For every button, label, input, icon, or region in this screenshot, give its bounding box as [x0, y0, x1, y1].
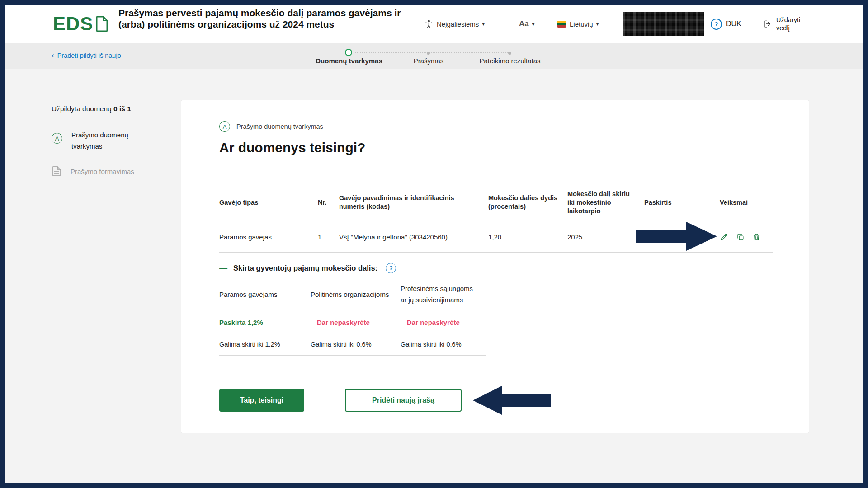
close-wizard-label: Uždaryti vedlį [776, 16, 800, 32]
font-size-menu[interactable]: Aa ▾ [519, 5, 534, 43]
caret-down-icon: ▾ [482, 21, 485, 27]
duk-label: DUK [726, 20, 741, 28]
step-marker [427, 52, 430, 55]
cell-nr: 1 [318, 233, 339, 241]
chevron-left-icon: ‹ [52, 52, 54, 59]
allocation-status-row: Paskirta 1,2% Dar nepaskyrėte Dar nepask… [219, 311, 486, 333]
cell-period: 2025 [567, 233, 644, 241]
cell-name: VšĮ "Mėlyna ir geltona" (303420560) [339, 233, 488, 241]
main-card: A Prašymo duomenų tvarkymas Ar duomenys … [181, 100, 809, 433]
cell-type: Paramos gavėjas [219, 233, 318, 241]
section-label: Prašymo duomenų tvarkymas [236, 123, 323, 130]
alloc-col-political: Politinėms organizacijoms [311, 289, 401, 300]
question-circle-icon: ? [711, 19, 722, 30]
col-header-nr: Nr. [318, 198, 339, 207]
available-limit: Galima skirti iki 0,6% [311, 341, 401, 348]
edit-icon[interactable] [720, 233, 728, 241]
status-assigned: Paskirta 1,2% [219, 319, 311, 326]
accessibility-menu[interactable]: Neįgaliesiems ▾ [424, 5, 485, 43]
row-actions [720, 233, 773, 241]
restart-link-label: Pradėti pildyti iš naujo [57, 52, 121, 59]
step-label-result: Pateikimo rezultatas [474, 57, 546, 65]
document-logo-icon [96, 16, 108, 32]
status-not-assigned: Dar nepaskyrėte [311, 319, 401, 326]
alloc-col-unions: Profesinėms sąjungoms ar jų susivienijim… [401, 283, 486, 305]
step-marker [508, 52, 511, 55]
step-marker-active [345, 49, 352, 56]
col-header-period: Mokesčio dalį skiriu iki mokestinio laik… [567, 190, 644, 216]
sidebar-progress-count: 0 iš 1 [113, 105, 131, 113]
col-header-purpose: Paskirtis [644, 198, 720, 207]
font-size-label: Aa [519, 19, 529, 28]
confirm-button[interactable]: Taip, teisingi [219, 389, 304, 412]
sidebar-progress: Užpildyta duomenų 0 iš 1 [52, 105, 131, 113]
annotation-arrow-left [473, 384, 551, 418]
stepper-track [354, 52, 509, 53]
eds-logo-text: EDS [53, 14, 93, 33]
cell-percent: 1,20 [488, 233, 567, 241]
caret-down-icon: ▾ [596, 21, 599, 27]
alloc-col-recipients: Paramos gavėjams [219, 289, 311, 300]
page-heading: Ar duomenys teisingi? [219, 140, 365, 155]
annotation-arrow-right [636, 220, 717, 254]
progress-bar: ‹ Pradėti pildyti iš naujo Duomenų tvark… [5, 43, 863, 69]
col-header-percent: Mokesčio dalies dydis (procentais) [488, 194, 567, 211]
eds-logo[interactable]: EDS [53, 14, 108, 33]
collapse-minus-icon[interactable]: — [219, 263, 227, 273]
accessibility-label: Neįgaliesiems [437, 20, 479, 28]
allocation-section-title: — Skirta gyventojų pajamų mokesčio dalis… [219, 263, 396, 273]
document-icon [52, 166, 61, 176]
lithuania-flag-icon [557, 21, 566, 28]
add-new-record-button[interactable]: Pridėti naują įrašą [345, 389, 462, 412]
sidebar-item-label: Prašymo formavimas [71, 168, 134, 175]
allocation-title-label: Skirta gyventojų pajamų mokesčio dalis: [233, 264, 377, 272]
col-header-actions: Veiksmai [720, 198, 773, 207]
restart-link[interactable]: ‹ Pradėti pildyti iš naujo [52, 52, 121, 59]
sidebar-item-form-generation[interactable]: Prašymo formavimas [52, 166, 134, 176]
language-label: Lietuvių [570, 20, 593, 28]
step-a-badge-icon: A [219, 121, 230, 132]
header: EDS Prašymas pervesti pajamų mokesčio da… [5, 5, 863, 43]
available-limit: Galima skirti iki 0,6% [401, 341, 486, 348]
close-wizard-button[interactable]: Uždaryti vedlį [763, 5, 800, 43]
duk-help-button[interactable]: ? DUK [711, 5, 741, 43]
sidebar-item-label: Prašymo duomenų tvarkymas [71, 129, 155, 152]
allocation-available-row: Galima skirti iki 1,2% Galima skirti iki… [219, 333, 486, 356]
copy-icon[interactable] [736, 233, 745, 241]
table-header-row: Gavėjo tipas Nr. Gavėjo pavadinimas ir i… [219, 184, 773, 221]
exit-icon [763, 19, 772, 28]
sidebar-item-data-management[interactable]: A Prašymo duomenų tvarkymas [52, 129, 155, 152]
caret-down-icon: ▾ [532, 21, 535, 27]
delete-icon[interactable] [752, 233, 761, 241]
allocation-table: Paramos gavėjams Politinėms organizacijo… [219, 277, 486, 356]
col-header-type: Gavėjo tipas [219, 198, 318, 207]
eds-wizard-page: EDS Prašymas pervesti pajamų mokesčio da… [0, 0, 868, 488]
accessibility-icon [424, 19, 434, 29]
step-label-request: Prašymas [413, 57, 444, 65]
allocation-header-row: Paramos gavėjams Politinėms organizacijo… [219, 277, 486, 311]
step-a-badge-icon: A [52, 133, 62, 144]
page-title: Prašymas pervesti pajamų mokesčio dalį p… [118, 7, 407, 30]
user-name-redacted[interactable] [623, 12, 704, 36]
status-not-assigned: Dar nepaskyrėte [401, 319, 486, 326]
help-question-icon[interactable]: ? [386, 263, 396, 273]
available-limit: Galima skirti iki 1,2% [219, 341, 311, 348]
step-label-data-management: Duomenų tvarkymas [315, 57, 383, 65]
section-badge: A Prašymo duomenų tvarkymas [219, 121, 323, 132]
language-menu[interactable]: Lietuvių ▾ [557, 5, 599, 43]
col-header-name: Gavėjo pavadinimas ir identifikacinis nu… [339, 194, 488, 211]
